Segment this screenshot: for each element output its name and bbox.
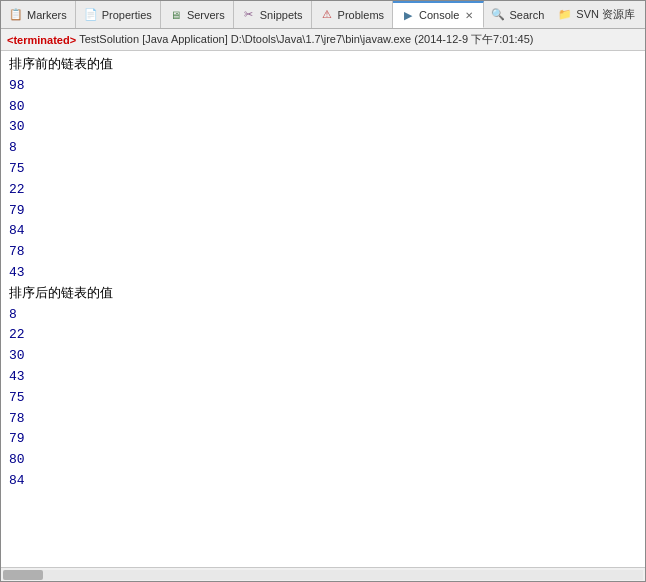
tab-svn[interactable]: 📁 SVN 资源库 (552, 4, 641, 26)
console-line: 80 (9, 97, 637, 118)
problems-icon: ⚠ (320, 8, 334, 22)
scroll-track (3, 570, 643, 580)
scroll-thumb[interactable] (3, 570, 43, 580)
tab-console-label: Console (419, 9, 459, 21)
console-output[interactable]: 排序前的链表的值9880308752279847843排序后的链表的值82230… (1, 51, 645, 567)
console-line: 75 (9, 159, 637, 180)
console-line: 排序前的链表的值 (9, 55, 637, 76)
snippets-icon: ✂ (242, 8, 256, 22)
tab-bar: 📋 Markers 📄 Properties 🖥 Servers ✂ Snipp… (1, 1, 645, 29)
servers-icon: 🖥 (169, 8, 183, 22)
console-line: 78 (9, 409, 637, 430)
tab-problems-label: Problems (338, 9, 384, 21)
tab-problems[interactable]: ⚠ Problems (312, 1, 393, 28)
tab-properties[interactable]: 📄 Properties (76, 1, 161, 28)
terminated-label: <terminated> (7, 34, 76, 46)
tab-svn-label: SVN 资源库 (576, 7, 635, 22)
console-close-button[interactable]: ✕ (463, 9, 475, 21)
console-line: 排序后的链表的值 (9, 284, 637, 305)
console-line: 75 (9, 388, 637, 409)
tab-search-label: Search (509, 9, 544, 21)
tab-snippets-label: Snippets (260, 9, 303, 21)
console-line: 79 (9, 201, 637, 222)
tab-console[interactable]: ▶ Console ✕ (393, 1, 484, 28)
console-icon: ▶ (401, 8, 415, 22)
console-line: 22 (9, 325, 637, 346)
tab-servers[interactable]: 🖥 Servers (161, 1, 234, 28)
console-line: 98 (9, 76, 637, 97)
tab-snippets[interactable]: ✂ Snippets (234, 1, 312, 28)
search-icon: 🔍 (491, 8, 505, 21)
properties-icon: 📄 (84, 8, 98, 22)
console-line: 43 (9, 263, 637, 284)
console-line: 30 (9, 346, 637, 367)
tab-markers[interactable]: 📋 Markers (1, 1, 76, 28)
status-detail: TestSolution [Java Application] D:\Dtool… (79, 32, 533, 47)
console-line: 80 (9, 450, 637, 471)
console-line: 78 (9, 242, 637, 263)
console-line: 8 (9, 138, 637, 159)
tab-markers-label: Markers (27, 9, 67, 21)
tab-servers-label: Servers (187, 9, 225, 21)
console-line: 43 (9, 367, 637, 388)
status-bar: <terminated> TestSolution [Java Applicat… (1, 29, 645, 51)
console-line: 22 (9, 180, 637, 201)
console-line: 79 (9, 429, 637, 450)
console-line: 84 (9, 471, 637, 492)
svn-icon: 📁 (558, 8, 572, 21)
tab-search[interactable]: 🔍 Search (485, 4, 550, 26)
tab-properties-label: Properties (102, 9, 152, 21)
horizontal-scrollbar[interactable] (1, 567, 645, 581)
markers-icon: 📋 (9, 8, 23, 22)
tab-bar-right: 🔍 Search 📁 SVN 资源库 (485, 1, 645, 28)
console-line: 30 (9, 117, 637, 138)
eclipse-window: 📋 Markers 📄 Properties 🖥 Servers ✂ Snipp… (0, 0, 646, 582)
console-line: 84 (9, 221, 637, 242)
console-line: 8 (9, 305, 637, 326)
